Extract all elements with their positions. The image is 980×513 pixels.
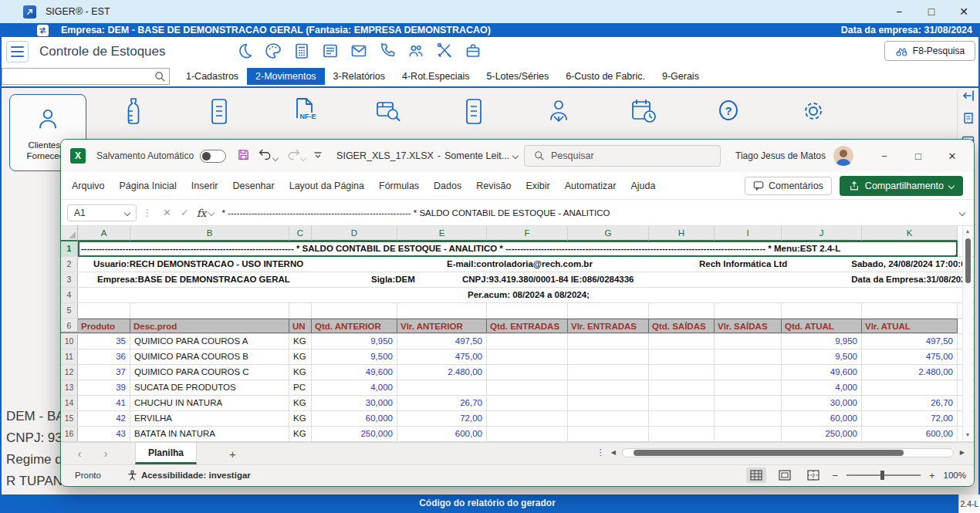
menu-icon[interactable] <box>6 41 29 62</box>
header-desc-prod[interactable]: Desc.prod <box>130 319 289 333</box>
empty-cell[interactable] <box>649 303 715 318</box>
zoom-in-button[interactable]: + <box>929 470 935 481</box>
cell-qtd-entradas[interactable] <box>487 380 568 395</box>
calculator-icon[interactable] <box>291 40 312 62</box>
zoom-slider[interactable] <box>847 474 921 476</box>
cell-vlr-entradas[interactable] <box>568 427 649 441</box>
header-qtd-entradas[interactable]: Qtd. ENTRADAS <box>487 319 568 333</box>
quick-access-more-icon[interactable] <box>313 149 323 163</box>
cell-qtd-atual[interactable]: 250,000 <box>782 427 862 441</box>
cell-qtd-anterior[interactable]: 9,950 <box>312 334 397 349</box>
cell-produto[interactable]: 39 <box>78 380 130 395</box>
cell-vlr-anterior[interactable] <box>397 380 487 395</box>
empty-cell[interactable] <box>397 303 487 318</box>
tab-movimentos[interactable]: 2-Movimentos <box>247 68 325 85</box>
sheet-next-icon[interactable]: › <box>98 447 113 460</box>
cell-qtd-atual[interactable]: 49,600 <box>782 365 862 380</box>
cell-vlr-entradas[interactable] <box>568 349 649 364</box>
cell-qtd-entradas[interactable] <box>487 411 568 426</box>
cell-vlr-entradas[interactable] <box>568 396 649 410</box>
cell-produto[interactable]: 37 <box>78 365 130 380</box>
ribbon-tab-desenhar[interactable]: Desenhar <box>232 181 274 191</box>
column-header-b[interactable]: B <box>130 226 289 241</box>
header-vlr-atual[interactable]: Vlr. ATUAL <box>862 319 958 333</box>
empty-cell[interactable] <box>487 303 568 318</box>
news-icon[interactable] <box>319 40 340 62</box>
cell-desc[interactable]: BATATA IN NATURA <box>130 427 289 441</box>
contacts-icon[interactable] <box>405 40 426 62</box>
ribbon-tab-dados[interactable]: Dados <box>434 181 461 191</box>
close-button[interactable]: ✕ <box>948 0 980 23</box>
cell-vlr-anterior[interactable]: 475,00 <box>397 349 487 364</box>
row-header[interactable]: 16 <box>61 427 78 441</box>
cell-produto[interactable]: 35 <box>78 334 130 349</box>
column-header-e[interactable]: E <box>397 226 487 241</box>
cell-desc[interactable]: QUIMICO PARA COUROS C <box>130 365 289 380</box>
palette-icon[interactable] <box>262 40 283 62</box>
cell-qtd-anterior[interactable]: 9,500 <box>312 349 397 364</box>
zoom-level[interactable]: 100% <box>944 471 966 480</box>
header-qtd-anterior[interactable]: Qtd. ANTERIOR <box>312 319 397 333</box>
row-header[interactable]: 12 <box>61 365 78 380</box>
cell-un[interactable]: KG <box>289 349 312 364</box>
excel-minimize-button[interactable]: − <box>867 140 901 172</box>
cell-qtd-entradas[interactable] <box>487 349 568 364</box>
cell-qtd-atual[interactable]: 60,000 <box>782 411 862 426</box>
cell-vlr-anterior[interactable]: 26,70 <box>397 396 487 410</box>
tab-lotes-series[interactable]: 5-Lotes/Séries <box>478 68 558 85</box>
script-icon[interactable] <box>962 112 975 129</box>
cell-vlr-atual[interactable]: 475,00 <box>862 349 958 364</box>
ribbon-tab-pagina-inicial[interactable]: Página Inicial <box>119 181 176 191</box>
row-header[interactable]: 6 <box>61 319 78 333</box>
cell-vlr-atual[interactable]: 2.480,00 <box>862 365 958 380</box>
cancel-icon[interactable]: ✕ <box>163 207 171 218</box>
page-break-view-icon[interactable] <box>803 467 823 483</box>
expand-formula-bar-icon[interactable] <box>959 210 965 216</box>
tools-icon[interactable] <box>434 40 455 62</box>
selected-cell-a1[interactable]: ----------------------------------------… <box>78 241 958 257</box>
cell-produto[interactable]: 41 <box>78 396 130 410</box>
cell-desc[interactable]: ERVILHA <box>130 411 289 426</box>
tab-gerais[interactable]: 9-Gerais <box>654 68 708 85</box>
status-accessibility[interactable]: Acessibilidade: investigar <box>141 471 251 480</box>
briefcase-icon[interactable] <box>462 40 483 62</box>
save-icon[interactable] <box>237 148 250 164</box>
cell-vlr-anterior[interactable]: 497,50 <box>397 334 487 349</box>
empty-cell[interactable] <box>568 303 649 318</box>
ribbon-tab-ajuda[interactable]: Ajuda <box>630 181 655 191</box>
cell-vlr-saidas[interactable] <box>715 427 782 441</box>
name-box[interactable]: A1 <box>67 204 137 221</box>
empty-cell[interactable] <box>78 303 130 318</box>
settings-icon[interactable] <box>798 96 829 130</box>
column-header-c[interactable]: C <box>289 226 312 241</box>
products-icon[interactable] <box>120 96 147 131</box>
schedule-icon[interactable] <box>627 96 661 131</box>
company-switch-icon[interactable] <box>37 25 49 36</box>
column-header-i[interactable]: I <box>715 226 782 241</box>
row-header[interactable]: 13 <box>61 380 78 395</box>
cell-qtd-entradas[interactable] <box>487 334 568 349</box>
cell-qtd-entradas[interactable] <box>487 396 568 410</box>
cell-qtd-anterior[interactable]: 250,000 <box>312 427 397 441</box>
zoom-slider-thumb[interactable] <box>880 471 884 480</box>
cell-qtd-anterior[interactable]: 30,000 <box>312 396 397 410</box>
cell-qtd-saidas[interactable] <box>649 365 715 380</box>
cell-qtd-atual[interactable]: 4,000 <box>782 380 862 395</box>
header-produto[interactable]: Produto <box>78 319 130 333</box>
minimize-button[interactable]: − <box>883 0 915 23</box>
cell-vlr-saidas[interactable] <box>715 380 782 395</box>
column-header-a[interactable]: A <box>78 226 130 241</box>
cell-produto[interactable]: 42 <box>78 411 130 426</box>
documents-icon[interactable] <box>205 96 233 131</box>
tab-relatorios[interactable]: 3-Relatórios <box>325 68 394 85</box>
cell-vlr-anterior[interactable]: 2.480,00 <box>397 365 487 380</box>
cell-qtd-anterior[interactable]: 49,600 <box>312 365 397 380</box>
cell-un[interactable]: KG <box>289 365 312 380</box>
empty-cell[interactable] <box>862 303 958 318</box>
scroll-left-icon[interactable]: ◀ <box>611 449 616 456</box>
cell-qtd-entradas[interactable] <box>487 427 568 441</box>
tab-rot-especiais[interactable]: 4-Rot.Especiais <box>394 68 478 85</box>
ribbon-tab-layout[interactable]: Layout da Página <box>289 181 364 191</box>
cell-vlr-saidas[interactable] <box>715 349 782 364</box>
row-header[interactable]: 3 <box>61 272 78 287</box>
